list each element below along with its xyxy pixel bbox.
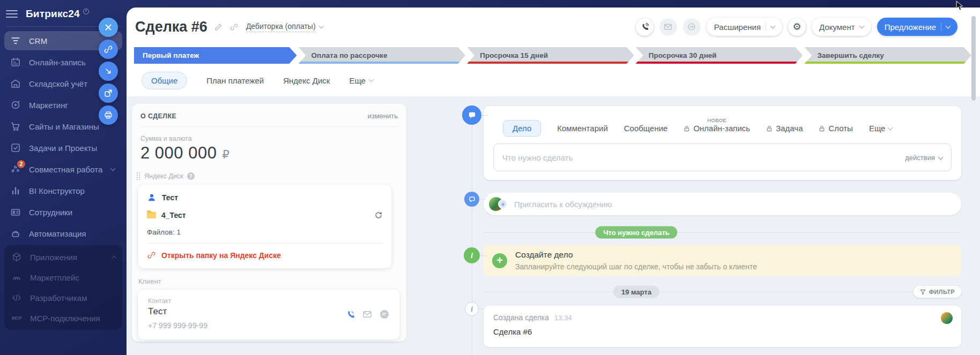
document-label: Документ — [819, 22, 855, 32]
sidebar-item-employees[interactable]: Сотрудники — [4, 202, 122, 222]
close-button[interactable] — [99, 18, 118, 37]
add-user-icon[interactable]: + — [498, 199, 508, 209]
document-button[interactable]: Документ — [812, 18, 871, 36]
open-new-window-button[interactable] — [99, 84, 118, 103]
drag-handle-icon[interactable] — [136, 172, 140, 180]
mcp-icon: MCP — [11, 312, 23, 324]
currency-symbol: ₽ — [222, 148, 229, 161]
sidebar-item-tasks-projects[interactable]: Задачи и Проекты — [4, 138, 122, 157]
settings-button[interactable]: ⚙ — [788, 18, 806, 36]
stage-label: Оплата по рассрочке — [311, 51, 388, 59]
menu-burger-icon[interactable] — [6, 10, 18, 18]
add-todo-icon[interactable]: + — [492, 253, 507, 268]
chevron-down-icon — [318, 24, 324, 29]
hint-title[interactable]: Создайте дело — [515, 250, 757, 260]
collapse-button[interactable] — [99, 62, 118, 81]
sidebar-item-developers[interactable]: Разработчикам — [5, 288, 121, 307]
invite-input[interactable] — [514, 200, 956, 209]
chevron-down-icon — [110, 166, 116, 171]
new-badge: НОВОЕ — [707, 117, 726, 123]
help-icon[interactable]: ? — [187, 172, 195, 180]
activity-tab-todo[interactable]: Дело — [503, 120, 541, 137]
funnel-icon — [920, 289, 926, 295]
lock-icon — [766, 125, 773, 132]
actions-dropdown[interactable]: действия — [905, 154, 942, 162]
sidebar-item-apps[interactable]: Приложения — [5, 247, 121, 267]
copy-title-link-icon[interactable] — [229, 22, 239, 32]
vertical-scrollbar[interactable] — [971, 16, 976, 101]
sidebar-item-label: Приложения — [30, 253, 77, 262]
sidebar-item-label: MCP-подключения — [30, 314, 100, 323]
tab-more-label: Еще — [349, 76, 366, 85]
chat-lines-icon[interactable] — [379, 309, 390, 320]
header-actions: Расширения ⚙ Документ Предложение — [636, 18, 957, 36]
open-folder-link[interactable]: Открыть папку на Яндекс Диске — [147, 251, 383, 260]
sidebar-item-mcp[interactable]: MCP MCP-подключения — [5, 308, 121, 328]
crm-funnel-icon — [10, 35, 21, 47]
tab-yandex-disk[interactable]: Яндекс Диск — [283, 76, 330, 85]
proposal-label: Предложение — [885, 22, 936, 32]
sidebar-item-collaboration[interactable]: 2 Совместная работа — [4, 160, 122, 179]
stage-close-deal[interactable]: Завершить сделку — [804, 47, 971, 64]
proposal-button[interactable]: Предложение — [877, 18, 957, 36]
sidebar-item-marketplace[interactable]: Маркетплейс — [5, 268, 121, 287]
sidebar-item-label: Складской учёт — [29, 79, 87, 88]
ydisk-field-label-row: Яндекс Диск ? — [136, 172, 398, 180]
sidebar-item-label: Маркетплейс — [30, 273, 79, 282]
timeline-entry-card[interactable]: Создана сделка 13:34 Сделка #6 — [484, 306, 961, 347]
amount-field-label: Сумма и валюта — [140, 135, 398, 142]
activity-tab-comment[interactable]: Комментарий — [557, 124, 607, 133]
pipeline-stages: Первый платеж Оплата по рассрочке Просро… — [134, 47, 971, 64]
edit-title-pencil-icon[interactable] — [214, 22, 223, 32]
stage-underline — [636, 62, 803, 64]
deal-header: Сделка #6 Дебиторка (оплаты) Расширения — [127, 7, 980, 37]
stage-overdue-15[interactable]: Просрочка 15 дней — [467, 47, 634, 64]
button-divider — [941, 22, 941, 31]
email-button[interactable] — [659, 18, 677, 36]
sidebar-item-bi-builder[interactable]: BI Конструктор — [4, 181, 122, 200]
deal-tabs: Общие План платежей Яндекс Диск Еще — [142, 71, 980, 90]
call-button[interactable] — [636, 18, 654, 36]
date-badge[interactable]: 19 марта — [613, 286, 659, 298]
stage-underline — [299, 62, 466, 64]
activity-tab-more[interactable]: Еще — [869, 124, 893, 133]
activity-composer-card: Дело Комментарий Сообщение НОВОЕ Онлайн-… — [484, 106, 961, 180]
activity-tab-online-booking[interactable]: НОВОЕ Онлайн-запись — [684, 124, 750, 133]
edit-deal-link[interactable]: изменить — [367, 112, 398, 120]
activity-tab-message[interactable]: Сообщение — [624, 124, 668, 133]
stage-first-payment[interactable]: Первый платеж — [134, 47, 297, 64]
deal-content: О СДЕЛКЕ изменить Сумма и валюта 2 000 0… — [127, 96, 980, 355]
hint-texts: Создайте дело Запланируйте следующий шаг… — [515, 250, 757, 271]
phone-icon[interactable] — [345, 309, 355, 320]
section-title: О СДЕЛКЕ — [140, 112, 176, 120]
sync-chat-button[interactable] — [683, 18, 701, 36]
todo-badge: Что нужно сделать — [595, 226, 677, 239]
activity-tab-label: Слоты — [828, 124, 852, 133]
pipeline-selector[interactable]: Дебиторка (оплаты) — [246, 22, 323, 32]
invite-bar: + — [484, 193, 961, 215]
tab-more[interactable]: Еще — [349, 76, 373, 85]
client-card: Контакт Тест +7 999 999-99-99 — [138, 290, 399, 339]
cube-icon — [11, 251, 23, 263]
todo-input[interactable] — [502, 153, 905, 162]
calendar-icon — [10, 56, 21, 68]
copy-link-button[interactable] — [99, 40, 118, 59]
activity-tabs: Дело Комментарий Сообщение НОВОЕ Онлайн-… — [493, 112, 952, 143]
gear-icon: ⚙ — [793, 22, 801, 32]
tab-general[interactable]: Общие — [142, 72, 187, 89]
tab-payment-plan[interactable]: План платежей — [206, 76, 264, 85]
extensions-button[interactable]: Расширения — [707, 18, 782, 36]
sidebar-item-label: Онлайн-запись — [29, 58, 86, 67]
amount-value: 2 000 000 — [140, 143, 217, 163]
warehouse-icon — [10, 78, 21, 89]
stage-installment-payment[interactable]: Оплата по рассрочке — [299, 47, 466, 64]
stage-overdue-30[interactable]: Просрочка 30 дней — [636, 47, 803, 64]
ydisk-folder-name: 4_Тест — [161, 211, 186, 220]
print-button[interactable] — [99, 105, 118, 125]
refresh-icon[interactable] — [374, 211, 383, 220]
email-icon[interactable] — [362, 309, 373, 320]
filter-button[interactable]: ФИЛЬТР — [914, 286, 961, 298]
sidebar-item-automation[interactable]: Автоматизация — [4, 224, 122, 243]
activity-tab-slots[interactable]: Слоты — [819, 124, 852, 133]
activity-tab-task[interactable]: Задача — [766, 124, 803, 133]
